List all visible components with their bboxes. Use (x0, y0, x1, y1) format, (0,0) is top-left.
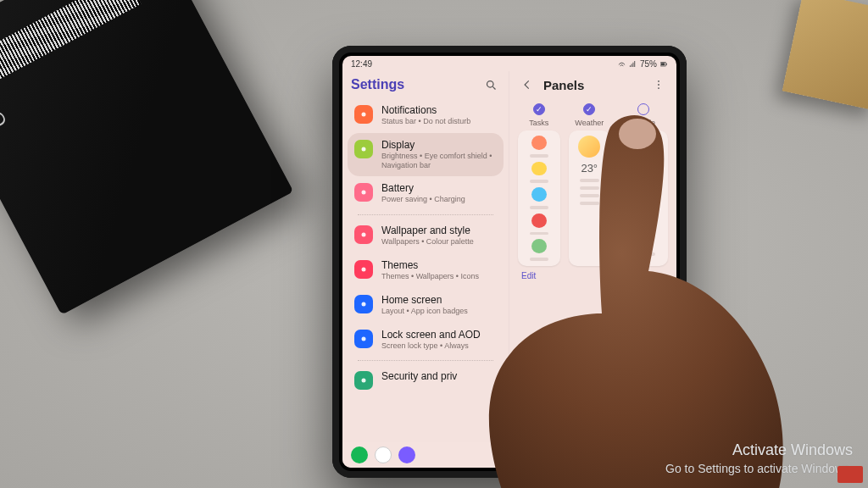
svg-point-11 (362, 336, 366, 341)
panels-pane: Panels TasksWeather23°People Edit (509, 71, 676, 468)
svg-point-15 (658, 87, 659, 89)
settings-row-notifications[interactable]: NotificationsStatus bar • Do not disturb (348, 98, 504, 133)
row-title: Battery (381, 182, 465, 194)
panel-option-tasks[interactable]: Tasks (518, 103, 560, 266)
svg-point-14 (658, 84, 659, 86)
row-icon (354, 330, 373, 348)
signal-icon (629, 60, 637, 68)
list-separator (358, 360, 493, 361)
svg-point-12 (362, 379, 366, 383)
clock: 12:49 (351, 59, 372, 69)
watermark-line1: Activate Windows (665, 441, 853, 460)
dock-app-1[interactable] (351, 446, 368, 463)
dock (342, 442, 676, 468)
svg-point-9 (362, 267, 366, 271)
panel-option-people[interactable]: People (619, 103, 668, 266)
row-title: Security and priv (381, 370, 457, 382)
row-title: Notifications (381, 104, 470, 116)
svg-line-4 (492, 86, 495, 89)
svg-point-5 (362, 113, 366, 117)
settings-row-display[interactable]: DisplayBrightness • Eye comfort shield •… (348, 133, 504, 177)
wifi-icon (618, 60, 626, 68)
settings-row-themes[interactable]: ThemesThemes • Wallpapers • Icons (348, 253, 504, 288)
settings-row-battery[interactable]: BatteryPower saving • Charging (348, 176, 504, 211)
settings-row-home-screen[interactable]: Home screenLayout • App icon badges (348, 288, 504, 323)
row-icon (354, 225, 373, 244)
svg-rect-1 (666, 64, 667, 65)
svg-point-8 (362, 233, 366, 237)
weather-temp: 23° (581, 162, 598, 175)
row-icon (354, 260, 373, 279)
dock-app-3[interactable] (398, 446, 415, 463)
row-subtitle: Themes • Wallpapers • Icons (381, 272, 479, 281)
panel-option-weather[interactable]: Weather23° (569, 103, 611, 266)
panel-label: Tasks (529, 119, 548, 127)
panel-checkbox[interactable] (583, 103, 595, 115)
svg-rect-2 (661, 63, 665, 65)
panels-edit-link[interactable]: Edit (509, 266, 676, 286)
svg-point-13 (658, 80, 659, 82)
row-subtitle: Screen lock type • Always (381, 341, 481, 351)
row-icon (354, 183, 373, 202)
settings-row-wallpaper-and-style[interactable]: Wallpaper and styleWallpapers • Colour p… (348, 219, 504, 253)
row-subtitle: Status bar • Do not disturb (381, 117, 470, 126)
panel-label: People (632, 119, 655, 127)
svg-point-7 (362, 191, 366, 195)
status-bar: 12:49 75% (342, 56, 676, 71)
panel-checkbox[interactable] (533, 103, 545, 115)
battery-percent: 75% (640, 59, 657, 69)
tablet-screen: 12:49 75% Settings (342, 56, 676, 468)
row-icon (354, 295, 373, 313)
panel-preview: 23° (569, 130, 611, 266)
back-icon[interactable] (518, 75, 537, 94)
row-subtitle: Wallpapers • Colour palette (381, 237, 474, 247)
svg-point-10 (362, 302, 366, 306)
more-icon[interactable] (649, 75, 668, 94)
battery-icon (660, 60, 668, 68)
svg-point-3 (487, 80, 493, 87)
panel-checkbox[interactable] (637, 103, 649, 115)
settings-row-lock-screen-and-aod[interactable]: Lock screen and AODScreen lock type • Al… (348, 323, 504, 358)
panels-title: Panels (543, 78, 643, 92)
row-icon (354, 140, 373, 158)
row-title: Lock screen and AOD (381, 329, 481, 341)
dock-app-2[interactable] (375, 446, 392, 463)
row-subtitle: Layout • App icon badges (381, 307, 468, 316)
settings-title: Settings (351, 77, 475, 92)
panel-preview (518, 130, 560, 266)
watermark-line2: Go to Settings to activate Windows. (665, 461, 853, 476)
settings-row-security-and-priv[interactable]: Security and priv (348, 364, 504, 396)
row-title: Home screen (381, 294, 468, 306)
settings-pane: Settings NotificationsStatus bar • Do no… (342, 71, 509, 468)
row-subtitle: Power saving • Charging (381, 195, 465, 204)
panel-preview (619, 130, 668, 266)
row-subtitle: Brightness • Eye comfort shield • Naviga… (381, 152, 497, 170)
corner-badge (837, 466, 863, 483)
windows-watermark: Activate Windows Go to Settings to activ… (665, 441, 853, 476)
barcode (0, 0, 141, 84)
row-title: Themes (381, 259, 479, 271)
tablet-frame: 12:49 75% Settings (332, 46, 687, 478)
row-title: Wallpaper and style (381, 225, 474, 236)
row-icon (354, 105, 373, 124)
row-title: Display (381, 139, 497, 151)
svg-point-6 (362, 147, 366, 151)
list-separator (358, 214, 493, 215)
panel-label: Weather (575, 119, 604, 127)
row-icon (354, 371, 373, 390)
search-icon[interactable] (481, 75, 500, 94)
